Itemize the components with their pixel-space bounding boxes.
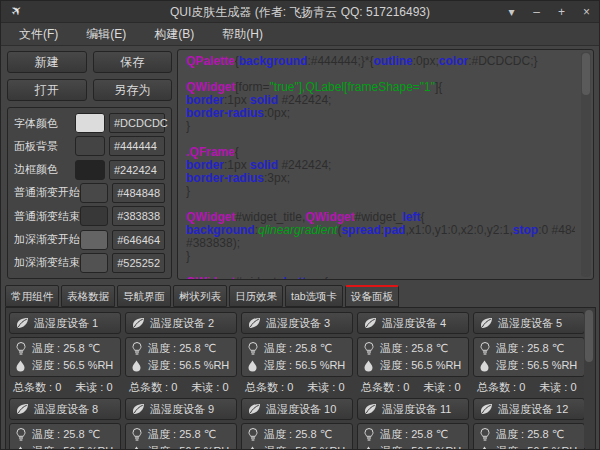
temperature-value: 温度 : 25.8 ℃: [496, 427, 564, 442]
tab[interactable]: 设备面板: [345, 285, 399, 307]
toolbar-button[interactable]: 新建: [7, 51, 87, 73]
humidity-value: 湿度 : 56.5 %RH: [264, 358, 345, 373]
tab[interactable]: 树状列表: [173, 285, 227, 307]
humidity-value: 湿度 : 56.5 %RH: [496, 358, 577, 373]
color-hex-field[interactable]: #484848: [112, 183, 165, 203]
device-name: 温湿度设备 11: [382, 402, 451, 417]
humidity-row: 湿度 : 56.5 %RH: [131, 357, 231, 374]
bulb-icon: [479, 428, 490, 441]
device-card-body: 温度 : 25.8 ℃ 湿度 : 56.5 %RH: [357, 337, 469, 377]
droplet-icon: [131, 446, 142, 450]
device-card-header[interactable]: 温湿度设备 10: [241, 398, 353, 420]
color-swatch[interactable]: [75, 113, 105, 133]
temperature-row: 温度 : 25.8 ℃: [15, 340, 115, 357]
device-card: 温湿度设备 3 温度 : 25.8 ℃: [241, 312, 353, 394]
tab[interactable]: 表格数据: [61, 285, 115, 307]
device-card-footer: 总条数 : 0 未读 : 0: [241, 377, 353, 395]
close-icon[interactable]: ×: [578, 3, 595, 21]
color-setting-row: 加深渐变结束 #525252: [14, 253, 165, 273]
color-swatch[interactable]: [75, 160, 105, 180]
leaf-icon: [364, 403, 377, 415]
color-swatch[interactable]: [80, 206, 108, 226]
tab[interactable]: 导航界面: [117, 285, 171, 307]
device-card: 温湿度设备 11 温度 : 25.8 ℃: [357, 398, 469, 450]
color-hex-field[interactable]: #383838: [112, 206, 165, 226]
color-swatch[interactable]: [80, 183, 108, 203]
device-card-header[interactable]: 温湿度设备 1: [9, 312, 121, 334]
minimize-icon[interactable]: –: [528, 3, 545, 21]
temperature-value: 温度 : 25.8 ℃: [380, 341, 448, 356]
toolbar-button[interactable]: 打开: [7, 79, 87, 101]
leaf-icon: [132, 403, 145, 415]
leaf-icon: [132, 317, 145, 329]
color-hex-field[interactable]: #242424: [109, 160, 165, 180]
device-name: 温湿度设备 3: [266, 316, 330, 331]
leaf-icon: [480, 317, 493, 329]
color-swatch[interactable]: [80, 253, 108, 273]
toolbar-button[interactable]: 保存: [93, 51, 173, 73]
device-name: 温湿度设备 2: [150, 316, 214, 331]
color-setting-label: 普通渐变结束: [14, 209, 80, 224]
file-buttons: 新建保存打开另存为: [7, 51, 172, 101]
qss-editor[interactable]: QPalette{background:#444444;}*{outline:0…: [177, 49, 594, 280]
color-hex-field[interactable]: #444444: [109, 136, 165, 156]
temperature-row: 温度 : 25.8 ℃: [15, 426, 115, 443]
temperature-value: 温度 : 25.8 ℃: [32, 341, 100, 356]
title-bar: ✈ QUI皮肤生成器 (作者: 飞扬青云 QQ: 517216493) ▾ – …: [1, 1, 599, 23]
temperature-value: 温度 : 25.8 ℃: [148, 341, 216, 356]
unread-count: 未读 : 0: [423, 380, 460, 395]
leaf-icon: [364, 317, 377, 329]
droplet-icon: [479, 360, 490, 372]
skin-menu-icon[interactable]: ▾: [503, 3, 520, 21]
device-card-header[interactable]: 温湿度设备 9: [125, 398, 237, 420]
color-hex-field[interactable]: #646464: [112, 230, 165, 250]
editor-scrollbar-handle[interactable]: [582, 53, 590, 95]
menu-item[interactable]: 帮助(H): [208, 23, 277, 45]
device-panel-scrollbar-handle[interactable]: [585, 310, 593, 362]
toolbar-button[interactable]: 另存为: [93, 79, 173, 101]
bulb-icon: [247, 428, 258, 441]
device-card: 温湿度设备 10 温度 : 25.8 ℃: [241, 398, 353, 450]
menu-item[interactable]: 构建(B): [140, 23, 208, 45]
droplet-icon: [479, 446, 490, 450]
color-swatch[interactable]: [80, 230, 108, 250]
bulb-icon: [363, 428, 374, 441]
color-swatch[interactable]: [75, 136, 105, 156]
color-hex-field[interactable]: #525252: [112, 253, 165, 273]
temperature-value: 温度 : 25.8 ℃: [496, 341, 564, 356]
tab[interactable]: 日历效果: [229, 285, 283, 307]
device-card-header[interactable]: 温湿度设备 5: [473, 312, 585, 334]
temperature-value: 温度 : 25.8 ℃: [32, 427, 100, 442]
color-hex-field[interactable]: #DCDCDC: [109, 113, 165, 133]
device-panel-scrollbar[interactable]: [584, 309, 594, 448]
droplet-icon: [363, 360, 374, 372]
device-card: 温湿度设备 5 温度 : 25.8 ℃: [473, 312, 585, 394]
menu-item[interactable]: 文件(F): [5, 23, 72, 45]
device-card-header[interactable]: 温湿度设备 12: [473, 398, 585, 420]
device-card: 温湿度设备 2 温度 : 25.8 ℃: [125, 312, 237, 394]
menu-item[interactable]: 编辑(E): [72, 23, 140, 45]
temperature-value: 温度 : 25.8 ℃: [264, 341, 332, 356]
color-setting-label: 边框颜色: [14, 162, 75, 177]
device-card-header[interactable]: 温湿度设备 4: [357, 312, 469, 334]
humidity-value: 湿度 : 56.5 %RH: [380, 358, 461, 373]
device-name: 温湿度设备 12: [498, 402, 568, 417]
device-card-header[interactable]: 温湿度设备 8: [9, 398, 121, 420]
device-name: 温湿度设备 10: [266, 402, 336, 417]
device-card-header[interactable]: 温湿度设备 3: [241, 312, 353, 334]
leaf-icon: [248, 317, 261, 329]
maximize-icon[interactable]: +: [553, 3, 570, 21]
device-card-header[interactable]: 温湿度设备 2: [125, 312, 237, 334]
device-card-header[interactable]: 温湿度设备 11: [357, 398, 469, 420]
tab[interactable]: 常用组件: [5, 285, 59, 307]
leaf-icon: [248, 403, 261, 415]
device-name: 温湿度设备 5: [498, 316, 562, 331]
humidity-row: 湿度 : 56.5 %RH: [247, 443, 347, 450]
droplet-icon: [15, 446, 26, 450]
tab[interactable]: tab选项卡: [285, 285, 343, 307]
humidity-row: 湿度 : 56.5 %RH: [247, 357, 347, 374]
color-setting-label: 加深渐变开始: [14, 232, 80, 247]
color-settings-panel: 字体颜色 #DCDCDC 面板背景 #444444 边框颜色 #242424 普…: [7, 107, 172, 279]
bulb-icon: [131, 428, 142, 441]
editor-scrollbar[interactable]: [581, 52, 591, 277]
